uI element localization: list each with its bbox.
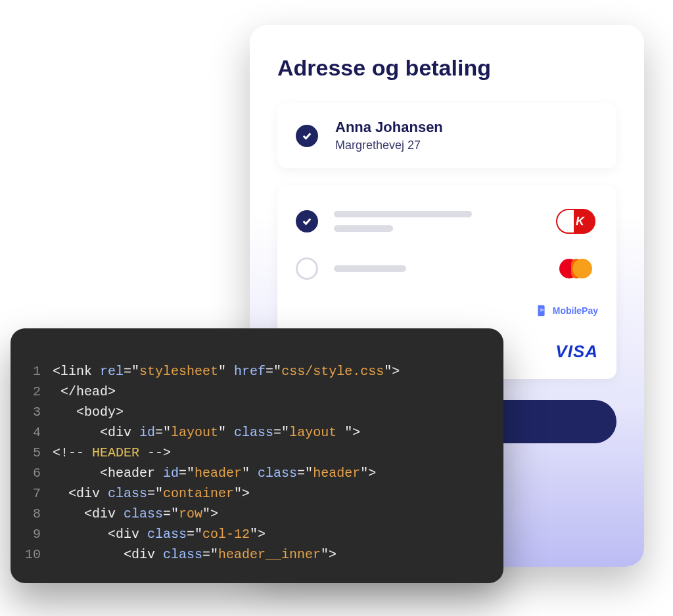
code-line: 10 <div class="header__inner"> [22, 544, 485, 565]
code-content: <body> [53, 402, 124, 422]
code-line: 7 <div class="container"> [22, 483, 485, 504]
line-number: 3 [22, 402, 53, 422]
line-number: 1 [22, 361, 53, 382]
line-number: 10 [22, 544, 53, 565]
code-content: <!-- HEADER --> [53, 443, 171, 463]
code-line: 6 <header id="header" class="header"> [22, 463, 485, 483]
line-number: 8 [22, 504, 53, 524]
code-line: 5<!-- HEADER --> [22, 443, 485, 463]
code-content: <div class="row"> [53, 504, 218, 524]
code-content: <div class="col-12"> [53, 524, 266, 544]
visa-label: VISA [555, 341, 598, 362]
address-name: Anna Johansen [335, 119, 443, 136]
radio-checked-icon [296, 210, 318, 232]
code-line: 2 </head> [22, 382, 485, 402]
radio-checked-icon [296, 125, 318, 147]
payment-option-dankort[interactable]: K [296, 197, 598, 246]
code-body: 1<link rel="stylesheet" href="css/style.… [22, 361, 485, 565]
code-line: 9 <div class="col-12"> [22, 524, 485, 544]
code-content: <div class="container"> [53, 483, 250, 504]
placeholder-text [334, 211, 538, 232]
placeholder-text [334, 265, 538, 272]
radio-empty-icon[interactable] [296, 257, 318, 280]
code-content: <link rel="stylesheet" href="css/style.c… [53, 361, 400, 382]
checkout-title: Adresse og betaling [277, 55, 616, 81]
address-option[interactable]: Anna Johansen Margrethevej 27 [296, 119, 598, 152]
line-number: 6 [22, 463, 53, 483]
mastercard-logo [553, 257, 598, 280]
payment-option-mobilepay[interactable]: MobilePay [296, 292, 598, 330]
line-number: 9 [22, 524, 53, 544]
code-content: <div class="header__inner"> [53, 544, 336, 565]
line-number: 4 [22, 422, 53, 443]
code-line: 8 <div class="row"> [22, 504, 485, 524]
line-number: 7 [22, 483, 53, 504]
code-content: </head> [53, 382, 116, 402]
code-line: 4 <div id="layout" class="layout "> [22, 422, 485, 443]
address-text: Anna Johansen Margrethevej 27 [335, 119, 443, 152]
code-line: 1<link rel="stylesheet" href="css/style.… [22, 361, 485, 382]
code-content: <header id="header" class="header"> [53, 463, 376, 483]
address-panel: Anna Johansen Margrethevej 27 [277, 103, 616, 168]
code-editor-card: 1<link rel="stylesheet" href="css/style.… [11, 328, 503, 583]
dankort-logo: K [553, 209, 598, 234]
line-number: 2 [22, 382, 53, 402]
payment-option-mastercard[interactable] [296, 246, 598, 292]
mobilepay-icon [534, 303, 549, 318]
mobilepay-logo: MobilePay [534, 303, 598, 318]
mobilepay-label: MobilePay [553, 305, 598, 316]
code-line: 3 <body> [22, 402, 485, 422]
code-content: <div id="layout" class="layout "> [53, 422, 360, 443]
address-street: Margrethevej 27 [335, 139, 443, 152]
line-number: 5 [22, 443, 53, 463]
visa-logo: VISA [555, 341, 598, 362]
